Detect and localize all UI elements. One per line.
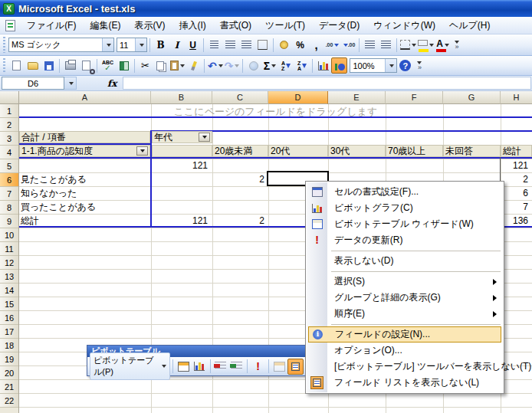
toolbar-options-button[interactable]: » (452, 38, 461, 53)
increase-decimal-button[interactable]: .00 (324, 37, 340, 53)
cell-a7[interactable]: 知らなかった (21, 186, 149, 200)
ctx-hide-pivot-toolbar[interactable]: [ピボットテーブル] ツールバーを表示しない(T) (307, 359, 503, 375)
new-button[interactable] (8, 57, 25, 74)
column-header-b[interactable]: B (151, 91, 212, 104)
ctx-select[interactable]: 選択(S) (307, 274, 503, 290)
name-box[interactable]: D6 (2, 77, 64, 90)
row-field-dropdown[interactable] (136, 146, 148, 156)
row-header-13[interactable]: 13 (0, 270, 18, 284)
toolbar-grip[interactable] (2, 58, 6, 74)
pivot-format-report-button[interactable] (176, 359, 192, 375)
pivot-chart-button[interactable] (192, 359, 208, 375)
ctx-pivot-wizard[interactable]: ピボットテーブル ウィザード(W) (307, 216, 503, 232)
pivot-col-header-total[interactable]: 総計 (501, 145, 532, 157)
row-header-14[interactable]: 14 (0, 284, 18, 297)
cell-a6[interactable]: 見たことがある (21, 172, 149, 186)
menu-window[interactable]: ウィンドウ(W) (368, 17, 441, 34)
borders-button[interactable] (399, 37, 417, 53)
include-hidden-items-button[interactable] (271, 359, 287, 375)
cell-c9[interactable]: 2 (212, 214, 268, 228)
column-header-c[interactable]: C (212, 91, 268, 104)
increase-indent-button[interactable] (378, 37, 394, 53)
ctx-options[interactable]: オプション(O)... (307, 343, 503, 359)
chart-wizard-button[interactable] (315, 57, 331, 74)
row-field-button[interactable]: 1-1.商品の認知度 (19, 145, 150, 157)
menu-format[interactable]: 書式(O) (215, 17, 257, 34)
cell-h5[interactable]: 121 (501, 159, 531, 172)
hide-detail-button[interactable] (212, 359, 228, 375)
row-header-1[interactable]: 1 (0, 104, 18, 118)
comma-style-button[interactable]: , (308, 37, 324, 53)
row-header-8[interactable]: 8 (0, 201, 18, 215)
pivot-col-header[interactable]: 70歳以上 (386, 145, 443, 157)
row-header-3[interactable]: 3 (0, 132, 18, 146)
show-field-list-button[interactable] (287, 359, 304, 375)
paste-button[interactable] (169, 57, 186, 74)
row-header-9[interactable]: 9 (0, 215, 18, 228)
data-field-button[interactable]: 合計 / 項番 (19, 131, 150, 143)
page-field-button[interactable]: 年代 (152, 131, 212, 143)
align-right-button[interactable] (238, 37, 255, 53)
ctx-order[interactable]: 順序(E) (307, 306, 503, 322)
format-painter-button[interactable] (186, 57, 202, 74)
insert-function-button[interactable]: fx (107, 78, 117, 89)
pivot-col-header[interactable]: 20歳未満 (212, 145, 268, 157)
italic-button[interactable]: I (169, 37, 185, 53)
undo-button[interactable]: ↶ (207, 57, 224, 74)
open-button[interactable] (25, 57, 41, 74)
row-header-15[interactable]: 15 (0, 297, 18, 311)
row-header-21[interactable]: 21 (0, 380, 18, 394)
cell-a8[interactable]: 買ったことがある (21, 200, 149, 214)
align-left-button[interactable] (206, 37, 222, 53)
ctx-hide-field-list[interactable]: フィールド リストを表示しない(L) (307, 375, 503, 391)
column-header-h[interactable]: H (501, 91, 532, 104)
menu-insert[interactable]: 挿入(I) (173, 17, 211, 34)
decrease-decimal-button[interactable]: .00 (340, 37, 356, 53)
merge-center-button[interactable] (255, 37, 271, 53)
menu-data[interactable]: データ(D) (314, 17, 365, 34)
decrease-indent-button[interactable] (362, 37, 378, 53)
currency-style-button[interactable] (276, 37, 292, 53)
research-button[interactable] (116, 57, 132, 74)
cell-a9[interactable]: 総計 (21, 214, 149, 228)
spelling-button[interactable]: ABC✓ (100, 57, 116, 74)
row-header-2[interactable]: 2 (0, 118, 18, 132)
refresh-data-button[interactable]: ! (250, 359, 266, 375)
bold-button[interactable]: B (153, 37, 169, 53)
save-button[interactable] (41, 57, 57, 74)
formula-input[interactable] (123, 77, 531, 90)
print-preview-button[interactable] (78, 57, 94, 74)
menu-edit[interactable]: 編集(E) (84, 17, 126, 34)
row-header-17[interactable]: 17 (0, 325, 18, 339)
row-header-7[interactable]: 7 (0, 187, 18, 201)
ctx-pivot-chart[interactable]: ピボットグラフ(C) (307, 200, 503, 216)
cell-b5[interactable]: 121 (151, 159, 211, 172)
row-header-5[interactable]: 5 (0, 159, 18, 173)
cell-h6[interactable]: 2 (501, 172, 531, 186)
align-center-button[interactable] (222, 37, 238, 53)
ctx-hide[interactable]: 表示しない(D) (307, 253, 503, 269)
cell-c6[interactable]: 2 (212, 172, 268, 186)
row-header-18[interactable]: 18 (0, 339, 18, 352)
menu-file[interactable]: ファイル(F) (21, 17, 81, 34)
menu-help[interactable]: ヘルプ(H) (444, 17, 496, 34)
help-button[interactable]: ? (397, 57, 413, 74)
toolbar-grip[interactable] (2, 37, 6, 54)
ctx-refresh-data[interactable]: !データの更新(R) (307, 232, 503, 248)
select-all-corner[interactable] (0, 91, 19, 104)
show-detail-button[interactable] (228, 359, 245, 375)
font-name-combo[interactable]: MS ゴシック (8, 38, 114, 52)
sort-descending-button[interactable]: ZA (294, 57, 310, 74)
row-header-19[interactable]: 19 (0, 352, 18, 366)
name-box-dropdown[interactable] (64, 77, 77, 90)
row-header-16[interactable]: 16 (0, 311, 18, 325)
redo-button[interactable]: ↷ (224, 57, 241, 74)
cut-button[interactable]: ✂ (137, 57, 153, 74)
toolbar-options-button[interactable]: » (415, 58, 424, 74)
menu-tools[interactable]: ツール(T) (260, 17, 310, 34)
page-field-dropdown[interactable] (199, 133, 210, 142)
ctx-field-settings[interactable]: iフィールドの設定(N)... (308, 326, 501, 343)
cell-b9[interactable]: 121 (151, 214, 211, 228)
cell-h9[interactable]: 136 (501, 214, 531, 228)
autosum-button[interactable]: Σ (261, 57, 277, 74)
